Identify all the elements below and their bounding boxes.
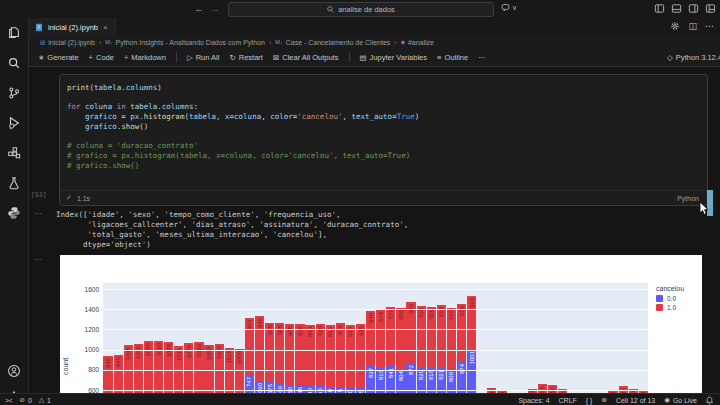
bar-value-label: 945 [115,357,121,367]
legend-entry-0.0[interactable]: 0.0 [656,295,684,302]
bar-value-label: 576 [459,306,465,316]
testing-icon[interactable] [5,174,23,192]
cell-duration: 1.1s [77,195,90,202]
bar-value-label: 606 [398,310,404,320]
eol-indicator[interactable]: CRLF [559,397,577,404]
code-token: ) [415,112,420,121]
breadcrumb-separator: › [394,39,396,46]
chart-legend[interactable]: cancelou 0.01.0 [656,285,684,311]
editor-settings-gear-icon[interactable] [670,21,680,31]
search-icon[interactable] [5,54,23,72]
notifications-bell-icon[interactable] [705,396,714,405]
customize-layout-icon[interactable] [705,3,716,14]
outline-button[interactable]: ≡Outline [437,53,468,62]
remote-indicator[interactable]: >< [5,397,13,404]
notebook-file-icon [35,23,43,32]
cell-success-icon: ✓ [66,194,72,202]
bar-value-label: 800 [448,372,454,382]
code-line: for coluna in tabela.columns: [67,102,419,112]
restart-button[interactable]: ↻Restart [229,53,262,62]
status-label: Go Live [673,397,697,404]
forward-icon[interactable]: → [208,4,222,14]
code-token: # grafico.show() [67,161,139,170]
language-indicator[interactable]: { } [586,397,593,404]
explorer-icon[interactable] [5,24,23,42]
copilot-button[interactable]: ∨ [501,3,517,12]
output-menu-icon[interactable]: ⋯ [34,209,43,218]
output-line: 'total_gasto', 'meses_ultima_interacao',… [56,230,408,240]
code-token: grafico [85,112,117,121]
go-live-button[interactable]: ◉Go Live [664,396,697,404]
tab-close-icon[interactable]: × [103,23,108,32]
warnings-indicator[interactable]: △1 [39,396,51,404]
output-menu-icon[interactable]: ⋯ [34,255,43,264]
split-editor-icon[interactable]: ◫ [688,21,697,31]
source-control-icon[interactable] [5,84,23,102]
indent-indicator[interactable]: Spaces: 4 [518,397,549,404]
code-content[interactable]: print(tabela.columns) for coluna in tabe… [67,83,419,170]
run-and-debug-icon[interactable] [5,114,23,132]
copilot-chat-icon [501,3,510,12]
tab-inicial-ipynb[interactable]: inicial (2).ipynb × [28,18,116,36]
code-token: show [121,122,139,131]
toggle-panel-icon[interactable] [671,3,682,14]
toggle-secondary-sidebar-icon[interactable] [688,3,699,14]
legend-label: 1.0 [667,304,676,311]
code-token: : [193,102,198,111]
more-actions-icon: ⋯ [478,53,486,62]
breadcrumb-item-2[interactable]: M↓Python Insights - Analisando Dados com… [105,39,265,46]
breadcrumb-item-1[interactable]: ▤inicial (2).ipynb [40,39,95,46]
account-icon[interactable] [5,362,23,380]
more-actions-button[interactable]: ⋯ [478,53,486,62]
legend-swatch [656,295,663,302]
output-line: dtype='object') [56,240,408,250]
command-center-search[interactable]: analise de dados [228,2,494,17]
y-axis-tick-label: 1600 [75,286,99,293]
code-token: color [270,112,293,121]
code-token: text_auto [351,112,392,121]
python-icon[interactable] [5,204,23,222]
errors-indicator-icon: ⊘ [20,396,25,404]
notebook-toolbar: ∗Generate+Code+Markdown▷Run All↻Restart⊠… [28,48,720,67]
jupyter-variables-button[interactable]: ▤Jupyter Variables [360,53,427,62]
cell-position-indicator[interactable]: Cell 12 of 13 [616,397,655,404]
errors-indicator[interactable]: ⊘0 [20,396,32,404]
breadcrumb-item-3[interactable]: M↓Case - Cancelamento de Clientes [275,39,390,46]
add-markdown-cell-button[interactable]: +Markdown [124,53,166,62]
run-all-icon: ▷ [187,53,193,62]
toggle-sidebar-icon[interactable] [654,3,665,14]
code-token: tabela.columns [94,83,157,92]
markdown-icon: M↓ [275,39,282,45]
editor-more-actions-icon[interactable]: ⋯ [705,21,714,31]
clear-all-outputs-button[interactable]: ⊠Clear All Outputs [273,53,339,62]
cell-output-text: Index(['idade', 'sexo', 'tempo_como_clie… [56,210,408,250]
kernel-picker[interactable]: ◇ Python 3.12.4 [667,48,720,66]
toolbar-label: Clear All Outputs [282,53,338,62]
bar-value-label: 821 [438,370,444,380]
bar-value-label: 640 [257,318,263,328]
breadcrumb: ▤inicial (2).ipynb›M↓Python Insights - A… [28,36,720,48]
code-token: grafico [85,122,117,131]
y-axis-tick-label: 800 [75,366,99,373]
code-token: px [130,112,139,121]
generate-button[interactable]: ∗Generate [38,53,79,62]
y-axis-title: count [62,358,69,375]
bar-value-label: 1015 [226,350,232,363]
legend-entry-1.0[interactable]: 1.0 [656,304,684,311]
cell-language[interactable]: Python [677,195,699,202]
bar-value-label: 1001 [469,351,475,364]
add-code-cell-button[interactable]: +Code [89,53,114,62]
code-token: = [117,112,131,121]
breadcrumb-item-4[interactable]: ◈#analize [401,39,434,46]
code-cell[interactable]: print(tabela.columns) for coluna in tabe… [59,74,708,206]
status-label: 0 [28,397,32,404]
bar-value-label: 615 [327,327,333,337]
code-token: 'cancelou' [297,112,342,121]
run-all-button[interactable]: ▷Run All [187,53,220,62]
legend-title: cancelou [656,285,684,292]
back-icon[interactable]: ← [192,4,206,14]
extensions-icon[interactable] [5,144,23,162]
code-token: True [397,112,415,121]
extension-icon[interactable]: ⊛ [601,396,606,404]
symbol-icon: ◈ [401,39,405,45]
